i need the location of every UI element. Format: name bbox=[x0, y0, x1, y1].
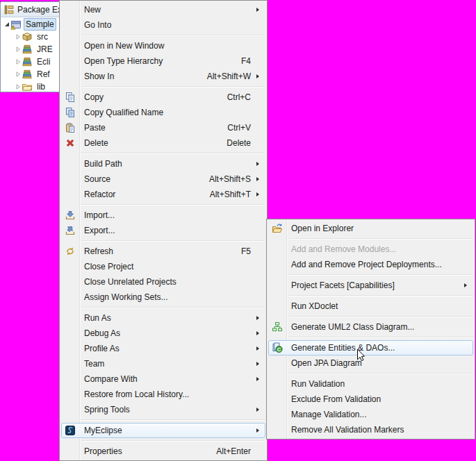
menu-separator bbox=[288, 337, 473, 338]
menu-item-exclude-from-validation[interactable]: Exclude From Validation bbox=[268, 392, 473, 407]
import-icon bbox=[65, 210, 76, 221]
tree-item-lib[interactable]: lib bbox=[1, 81, 59, 92]
menu-item-label: Import... bbox=[84, 210, 115, 220]
menu-item-properties[interactable]: PropertiesAlt+Enter bbox=[61, 444, 265, 459]
menu-item-new[interactable]: New bbox=[61, 2, 265, 17]
menu-item-open-type-hierarchy[interactable]: Open Type HierarchyF4 bbox=[61, 53, 265, 69]
menu-item-label: Exclude From Validation bbox=[291, 394, 381, 404]
myeclipse-icon bbox=[65, 425, 76, 436]
menu-item-label: Team bbox=[84, 359, 104, 369]
menu-item-manage-validation[interactable]: Manage Validation... bbox=[268, 407, 473, 422]
collapse-arrow-icon[interactable] bbox=[3, 22, 10, 27]
menu-item-copy-qualified-name[interactable]: Copy Qualified Name bbox=[61, 105, 265, 120]
expand-arrow-icon[interactable] bbox=[14, 34, 22, 40]
menu-item-profile-as[interactable]: Profile As bbox=[61, 341, 265, 356]
submenu-arrow-icon bbox=[256, 162, 259, 166]
menu-item-project-facets-capabilities[interactable]: Project Facets [Capabilities] bbox=[268, 278, 473, 293]
menu-item-label: Run As bbox=[84, 313, 111, 323]
submenu-arrow-icon bbox=[256, 316, 259, 320]
context-menu: NewGo IntoOpen in New WindowOpen Type Hi… bbox=[59, 0, 268, 461]
menu-item-delete[interactable]: DeleteDelete bbox=[61, 135, 265, 151]
menu-item-run-xdoclet[interactable]: Run XDoclet bbox=[268, 299, 473, 314]
menu-item-open-in-new-window[interactable]: Open in New Window bbox=[61, 38, 265, 53]
menu-item-compare-with[interactable]: Compare With bbox=[61, 371, 265, 387]
tree-item-sample[interactable]: Sample bbox=[1, 18, 59, 31]
menu-item-label: Export... bbox=[84, 226, 115, 235]
menu-item-label: Show In bbox=[84, 72, 114, 81]
menu-item-label: Assign Working Sets... bbox=[84, 292, 168, 302]
package-explorer-header[interactable]: Package Ex bbox=[1, 2, 59, 17]
menu-item-export[interactable]: Export... bbox=[61, 223, 265, 238]
tree-item-src[interactable]: src bbox=[1, 31, 59, 43]
menu-item-refresh[interactable]: RefreshF5 bbox=[61, 244, 265, 259]
refresh-icon bbox=[65, 246, 76, 257]
menu-separator bbox=[81, 240, 265, 242]
svg-text:C: C bbox=[277, 346, 281, 353]
tree-item-ref[interactable]: Ref bbox=[1, 68, 59, 81]
tree-item-label: Ecli bbox=[35, 56, 52, 68]
menu-item-spring-tools[interactable]: Spring Tools bbox=[61, 402, 265, 417]
menu-item-shortcut: Alt+Shift+W bbox=[207, 72, 251, 81]
menu-item-assign-working-sets[interactable]: Assign Working Sets... bbox=[61, 290, 265, 305]
menu-item-label: Remove All Validation Markers bbox=[291, 425, 404, 435]
menu-item-label: Restore from Local History... bbox=[84, 389, 189, 399]
menu-item-label: Copy Qualified Name bbox=[84, 108, 163, 117]
folder-out-icon bbox=[272, 223, 283, 234]
submenu-arrow-icon bbox=[256, 377, 259, 381]
submenu-arrow-icon bbox=[256, 331, 259, 335]
entity-dao-icon: C bbox=[272, 342, 283, 353]
tree-item-ecli[interactable]: Ecli bbox=[1, 56, 59, 68]
menu-item-shortcut: Ctrl+V bbox=[227, 123, 251, 133]
menu-item-restore-from-local-history[interactable]: Restore from Local History... bbox=[61, 387, 265, 402]
menu-item-import[interactable]: Import... bbox=[61, 208, 265, 223]
menu-item-label: Open in New Window bbox=[84, 41, 164, 51]
menu-item-remove-all-validation-markers[interactable]: Remove All Validation Markers bbox=[268, 422, 473, 437]
submenu-arrow-icon bbox=[256, 192, 259, 196]
myeclipse-submenu: Open in ExplorerAdd and Remove Modules..… bbox=[266, 219, 475, 439]
menu-item-show-in[interactable]: Show InAlt+Shift+W bbox=[61, 69, 265, 84]
menu-item-copy[interactable]: CopyCtrl+C bbox=[61, 90, 265, 105]
package-explorer-icon bbox=[3, 4, 15, 15]
menu-item-label: Go Into bbox=[84, 20, 111, 30]
menu-item-label: New bbox=[84, 5, 101, 15]
menu-item-label: Run Validation bbox=[291, 379, 345, 389]
menu-item-shortcut: Alt+Enter bbox=[216, 446, 251, 456]
menu-item-debug-as[interactable]: Debug As bbox=[61, 326, 265, 341]
expand-arrow-icon[interactable] bbox=[14, 84, 22, 90]
menu-item-label: Open in Explorer bbox=[291, 224, 354, 233]
menu-item-run-as[interactable]: Run As bbox=[61, 310, 265, 326]
menu-item-paste[interactable]: PasteCtrl+V bbox=[61, 120, 265, 135]
library-icon bbox=[22, 56, 33, 67]
menu-item-label: Manage Validation... bbox=[291, 410, 367, 419]
menu-item-build-path[interactable]: Build Path bbox=[61, 156, 265, 171]
menu-item-add-and-remove-project-deployments[interactable]: Add and Remove Project Deployments... bbox=[268, 257, 473, 272]
expand-arrow-icon[interactable] bbox=[14, 47, 22, 52]
menu-item-source[interactable]: SourceAlt+Shift+S bbox=[61, 171, 265, 187]
menu-separator bbox=[81, 419, 265, 421]
expand-arrow-icon[interactable] bbox=[14, 59, 22, 65]
menu-item-myeclipse[interactable]: MyEclipse bbox=[61, 423, 265, 438]
menu-item-team[interactable]: Team bbox=[61, 356, 265, 371]
submenu-arrow-icon bbox=[256, 346, 259, 351]
project-tree: SamplesrcJREEcliReflib bbox=[1, 17, 59, 92]
menu-item-label: Open Type Hierarchy bbox=[84, 56, 163, 66]
menu-item-label: Open JPA Diagram bbox=[291, 358, 362, 368]
myeclipse-submenu-items: Open in ExplorerAdd and Remove Modules..… bbox=[267, 221, 475, 437]
menu-item-label: MyEclipse bbox=[84, 426, 122, 435]
tree-item-jre[interactable]: JRE bbox=[1, 43, 59, 56]
menu-item-open-in-explorer[interactable]: Open in Explorer bbox=[268, 221, 473, 236]
menu-item-generate-uml2-class-diagram[interactable]: Generate UML2 Class Diagram... bbox=[268, 319, 473, 335]
menu-item-label: Debug As bbox=[84, 328, 120, 338]
menu-separator bbox=[81, 307, 265, 308]
menu-item-run-validation[interactable]: Run Validation bbox=[268, 376, 473, 392]
menu-item-open-jpa-diagram[interactable]: Open JPA Diagram bbox=[268, 355, 473, 371]
menu-item-close-unrelated-projects[interactable]: Close Unrelated Projects bbox=[61, 274, 265, 290]
menu-item-close-project[interactable]: Close Project bbox=[61, 259, 265, 274]
menu-item-label: Add and Remove Modules... bbox=[291, 244, 396, 254]
menu-item-go-into[interactable]: Go Into bbox=[61, 17, 265, 33]
submenu-arrow-icon bbox=[256, 8, 259, 12]
expand-arrow-icon[interactable] bbox=[14, 72, 22, 77]
menu-item-generate-entities-daos[interactable]: CGenerate Entities & DAOs... bbox=[268, 340, 473, 355]
menu-separator bbox=[81, 440, 265, 442]
menu-item-refactor[interactable]: RefactorAlt+Shift+T bbox=[61, 187, 265, 202]
